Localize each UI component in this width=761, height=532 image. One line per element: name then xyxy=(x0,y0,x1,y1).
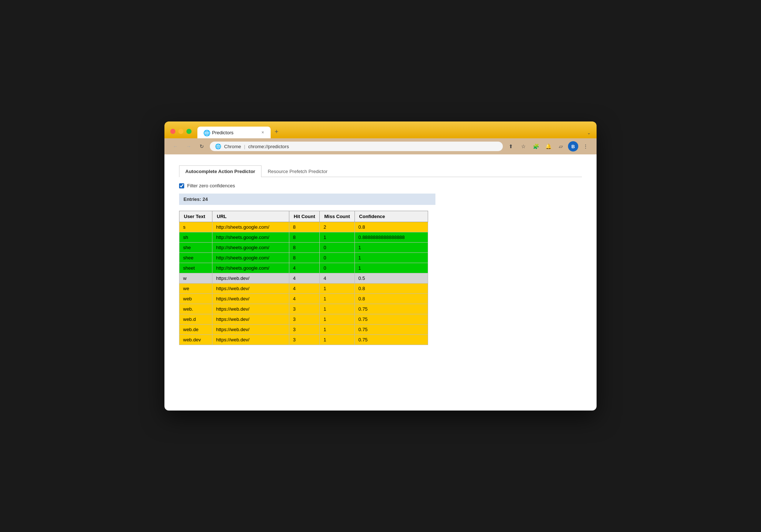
col-header-hitcount: Hit Count xyxy=(289,211,320,222)
tab-resource-prefetch[interactable]: Resource Prefetch Predictor xyxy=(261,165,334,177)
col-header-misscount: Miss Count xyxy=(320,211,354,222)
miss-count-cell: 2 xyxy=(320,222,354,232)
table-row: web.devhttps://web.dev/310.75 xyxy=(179,335,428,345)
hit-count-cell: 8 xyxy=(289,232,320,243)
tab-right-controls: ⌄ xyxy=(587,130,591,138)
address-text: chrome://predictors xyxy=(248,144,498,149)
chevron-down-icon[interactable]: ⌄ xyxy=(587,130,591,135)
split-view-button[interactable]: ▱ xyxy=(556,141,566,151)
filter-zero-confidences-checkbox[interactable] xyxy=(179,183,184,188)
miss-count-cell: 1 xyxy=(320,325,354,335)
bookmark-button[interactable]: ☆ xyxy=(518,141,528,151)
url-cell: http://sheets.google.com/ xyxy=(212,222,289,232)
table-row: webhttps://web.dev/410.8 xyxy=(179,294,428,304)
user-text-cell: we xyxy=(179,284,212,294)
chrome-label: Chrome xyxy=(224,144,241,149)
miss-count-cell: 1 xyxy=(320,232,354,243)
notifications-button[interactable]: 🔔 xyxy=(543,141,553,151)
user-text-cell: web xyxy=(179,294,212,304)
page-tabs: Autocomplete Action Predictor Resource P… xyxy=(179,165,582,177)
hit-count-cell: 8 xyxy=(289,253,320,263)
back-button[interactable]: ← xyxy=(170,141,181,151)
reload-button[interactable]: ↻ xyxy=(197,141,207,151)
confidence-cell: 0.75 xyxy=(354,304,428,314)
browser-window: 🌐 Predictors × + ⌄ ← → ↻ 🌐 Chrome | chro… xyxy=(164,121,597,411)
table-row: shttp://sheets.google.com/820.8 xyxy=(179,222,428,232)
user-text-cell: web.d xyxy=(179,314,212,325)
address-bar[interactable]: 🌐 Chrome | chrome://predictors xyxy=(210,142,503,151)
col-header-usertext: User Text xyxy=(179,211,212,222)
user-text-cell: web.dev xyxy=(179,335,212,345)
hit-count-cell: 3 xyxy=(289,325,320,335)
tab-area: 🌐 Predictors × + xyxy=(197,126,282,138)
share-button[interactable]: ⬆ xyxy=(506,141,516,151)
url-cell: https://web.dev/ xyxy=(212,335,289,345)
url-cell: https://web.dev/ xyxy=(212,294,289,304)
miss-count-cell: 1 xyxy=(320,304,354,314)
forward-button[interactable]: → xyxy=(183,141,194,151)
hit-count-cell: 4 xyxy=(289,273,320,284)
menu-button[interactable]: ⋮ xyxy=(580,141,591,151)
profile-button[interactable]: B xyxy=(568,141,578,151)
miss-count-cell: 4 xyxy=(320,273,354,284)
minimize-button[interactable] xyxy=(178,129,183,134)
miss-count-cell: 0 xyxy=(320,263,354,273)
user-text-cell: sh xyxy=(179,232,212,243)
col-header-url: URL xyxy=(212,211,289,222)
table-row: web.https://web.dev/310.75 xyxy=(179,304,428,314)
confidence-cell: 1 xyxy=(354,253,428,263)
tab-favicon: 🌐 xyxy=(203,130,209,135)
active-tab[interactable]: 🌐 Predictors × xyxy=(197,127,271,138)
confidence-cell: 0.5 xyxy=(354,273,428,284)
hit-count-cell: 8 xyxy=(289,243,320,253)
miss-count-cell: 1 xyxy=(320,294,354,304)
page-content: Autocomplete Action Predictor Resource P… xyxy=(164,154,597,411)
predictors-table: User Text URL Hit Count Miss Count Confi… xyxy=(179,211,428,345)
header-row: User Text URL Hit Count Miss Count Confi… xyxy=(179,211,428,222)
traffic-lights xyxy=(170,129,192,138)
user-text-cell: shee xyxy=(179,253,212,263)
url-cell: https://web.dev/ xyxy=(212,284,289,294)
confidence-cell: 0.8888888888888888 xyxy=(354,232,428,243)
hit-count-cell: 4 xyxy=(289,263,320,273)
url-cell: https://web.dev/ xyxy=(212,304,289,314)
confidence-cell: 0.75 xyxy=(354,335,428,345)
confidence-cell: 1 xyxy=(354,263,428,273)
tab-close-button[interactable]: × xyxy=(261,130,265,135)
address-separator: | xyxy=(244,144,245,149)
url-cell: http://sheets.google.com/ xyxy=(212,253,289,263)
hit-count-cell: 3 xyxy=(289,314,320,325)
confidence-cell: 0.75 xyxy=(354,314,428,325)
hit-count-cell: 8 xyxy=(289,222,320,232)
hit-count-cell: 3 xyxy=(289,304,320,314)
title-bar: 🌐 Predictors × + ⌄ xyxy=(164,121,597,138)
miss-count-cell: 1 xyxy=(320,284,354,294)
filter-label[interactable]: Filter zero confidences xyxy=(187,183,235,188)
miss-count-cell: 0 xyxy=(320,253,354,263)
miss-count-cell: 0 xyxy=(320,243,354,253)
confidence-cell: 0.8 xyxy=(354,284,428,294)
col-header-confidence: Confidence xyxy=(354,211,428,222)
url-cell: https://web.dev/ xyxy=(212,273,289,284)
close-button[interactable] xyxy=(170,129,175,134)
confidence-cell: 0.8 xyxy=(354,222,428,232)
new-tab-button[interactable]: + xyxy=(271,126,282,138)
extensions-button[interactable]: 🧩 xyxy=(531,141,541,151)
confidence-cell: 0.75 xyxy=(354,325,428,335)
url-cell: http://sheets.google.com/ xyxy=(212,243,289,253)
tab-autocomplete[interactable]: Autocomplete Action Predictor xyxy=(179,165,261,177)
maximize-button[interactable] xyxy=(186,129,192,134)
table-row: whttps://web.dev/440.5 xyxy=(179,273,428,284)
site-icon: 🌐 xyxy=(215,143,221,149)
hit-count-cell: 3 xyxy=(289,335,320,345)
entries-count: Entries: 24 xyxy=(183,196,208,202)
table-row: wehttps://web.dev/410.8 xyxy=(179,284,428,294)
table-header: User Text URL Hit Count Miss Count Confi… xyxy=(179,211,428,222)
toolbar: ← → ↻ 🌐 Chrome | chrome://predictors ⬆ ☆… xyxy=(164,138,597,154)
confidence-cell: 0.8 xyxy=(354,294,428,304)
filter-row: Filter zero confidences xyxy=(179,183,582,188)
entries-bar: Entries: 24 xyxy=(179,194,435,205)
url-cell: https://web.dev/ xyxy=(212,314,289,325)
hit-count-cell: 4 xyxy=(289,284,320,294)
table-body: shttp://sheets.google.com/820.8shhttp://… xyxy=(179,222,428,345)
